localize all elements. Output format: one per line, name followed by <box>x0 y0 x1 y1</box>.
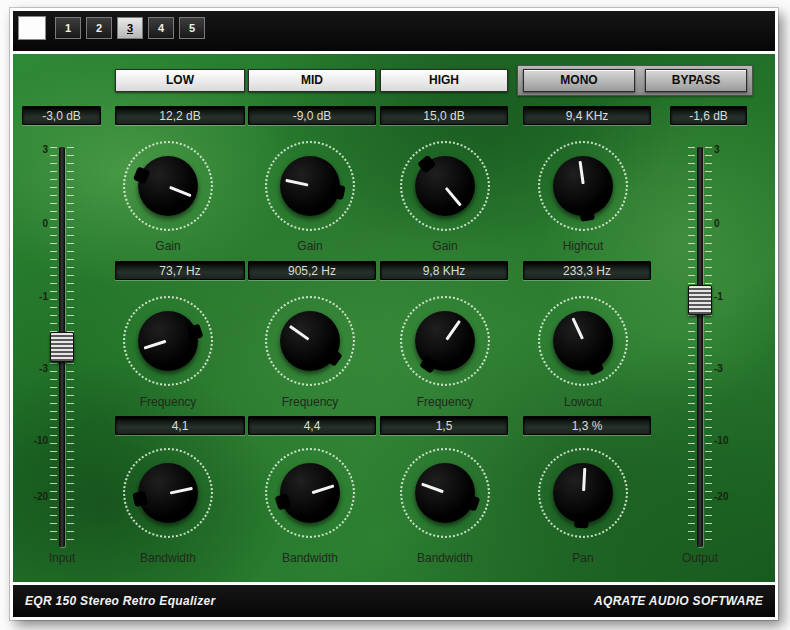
bypass-button[interactable]: BYPASS <box>645 69 747 92</box>
pan-knob[interactable] <box>535 445 631 541</box>
input-gain-display: -3,0 dB <box>22 106 101 125</box>
scale-label: -3 <box>714 363 730 374</box>
high-frequency-display: 9,8 KHz <box>380 261 508 280</box>
preset-button-5[interactable]: 5 <box>179 17 205 39</box>
knob-tab <box>132 491 148 507</box>
scale-label: -3 <box>32 363 48 374</box>
vendor-name: AQRATE AUDIO SOFTWARE <box>594 585 763 617</box>
knob-pointer <box>170 486 193 494</box>
low-frequency-label: Frequency <box>103 395 233 409</box>
titlebar: 1 2 3 4 5 <box>13 11 775 51</box>
pan-display: 1,3 % <box>523 416 651 435</box>
high-gain-knob[interactable] <box>397 138 493 234</box>
preset-button-3[interactable]: 3 <box>117 17 143 39</box>
highcut-label: Highcut <box>518 239 648 253</box>
scale-label: 0 <box>32 218 48 229</box>
mid-gain-knob[interactable] <box>262 138 358 234</box>
output-fader-thumb[interactable] <box>688 285 712 315</box>
highcut-display: 9,4 KHz <box>523 106 651 125</box>
low-gain-label: Gain <box>103 239 233 253</box>
low-gain-display: 12,2 dB <box>115 106 245 125</box>
low-frequency-display: 73,7 Hz <box>115 261 245 280</box>
low-bandwidth-knob[interactable] <box>120 445 216 541</box>
knob-pointer <box>582 468 586 491</box>
knob-pointer <box>445 187 462 207</box>
scale-label: -20 <box>32 491 48 502</box>
knob-tab <box>574 515 589 529</box>
statusbar: EQR 150 Stereo Retro Equalizer AQRATE AU… <box>13 585 775 617</box>
scale-label: 3 <box>714 144 730 155</box>
input-label: Input <box>32 551 92 565</box>
lowcut-knob[interactable] <box>535 293 631 389</box>
lowcut-display: 233,3 Hz <box>523 261 651 280</box>
scale-label: -10 <box>714 435 730 446</box>
high-bandwidth-label: Bandwidth <box>380 551 510 565</box>
knob-pointer <box>445 320 461 341</box>
output-fader: 3 0 -1 -3 -10 -20 <box>670 141 730 553</box>
knob-pointer <box>285 179 308 187</box>
low-frequency-knob[interactable] <box>120 293 216 389</box>
fader-ticks <box>705 147 712 547</box>
pan-label: Pan <box>518 551 648 565</box>
mid-gain-display: -9,0 dB <box>248 106 376 125</box>
low-gain-knob[interactable] <box>120 138 216 234</box>
scale-label: 0 <box>714 218 730 229</box>
scale-label: -1 <box>714 291 730 302</box>
scale-label: -10 <box>32 435 48 446</box>
knob-pointer <box>144 340 167 350</box>
mid-bandwidth-label: Bandwidth <box>245 551 375 565</box>
fader-ticks <box>688 147 695 547</box>
high-bandwidth-display: 1,5 <box>380 416 508 435</box>
knob-pointer <box>289 325 310 341</box>
preset-button-2[interactable]: 2 <box>86 17 112 39</box>
preset-button-1[interactable]: 1 <box>55 17 81 39</box>
preset-button-4[interactable]: 4 <box>148 17 174 39</box>
output-fader-track[interactable] <box>697 147 703 547</box>
preset-display[interactable] <box>18 16 46 40</box>
mid-bandwidth-knob[interactable] <box>262 445 358 541</box>
knob-pointer <box>571 318 583 340</box>
eq-panel: LOW MID HIGH MONO BYPASS -3,0 dB 12,2 dB… <box>13 54 775 582</box>
knob-pointer <box>311 484 334 494</box>
knob-pointer <box>169 185 191 196</box>
knob-pointer <box>421 483 444 494</box>
scale-label: -1 <box>32 291 48 302</box>
low-bandwidth-display: 4,1 <box>115 416 245 435</box>
output-label: Output <box>670 551 730 565</box>
high-frequency-knob[interactable] <box>397 293 493 389</box>
high-frequency-label: Frequency <box>380 395 510 409</box>
low-bandwidth-label: Bandwidth <box>103 551 233 565</box>
knob-tab <box>579 207 595 222</box>
knob-pointer <box>578 161 584 184</box>
mid-frequency-knob[interactable] <box>262 293 358 389</box>
high-gain-display: 15,0 dB <box>380 106 508 125</box>
mid-bandwidth-display: 4,4 <box>248 416 376 435</box>
output-gain-display: -1,6 dB <box>670 106 747 125</box>
lowcut-label: Lowcut <box>518 395 648 409</box>
mid-band-button[interactable]: MID <box>248 69 376 92</box>
plugin-window: 1 2 3 4 5 LOW MID HIGH MONO BYPASS -3,0 … <box>10 8 778 620</box>
mid-gain-label: Gain <box>245 239 375 253</box>
low-band-button[interactable]: LOW <box>115 69 245 92</box>
high-gain-label: Gain <box>380 239 510 253</box>
scale-label: -20 <box>714 491 730 502</box>
mid-frequency-label: Frequency <box>245 395 375 409</box>
high-band-button[interactable]: HIGH <box>380 69 508 92</box>
plugin-title: EQR 150 Stereo Retro Equalizer <box>25 585 215 617</box>
scale-label: 3 <box>32 144 48 155</box>
high-bandwidth-knob[interactable] <box>397 445 493 541</box>
highcut-knob[interactable] <box>535 138 631 234</box>
mono-button[interactable]: MONO <box>523 69 635 92</box>
knob-tab <box>275 493 292 510</box>
mid-frequency-display: 905,2 Hz <box>248 261 376 280</box>
input-fader-thumb[interactable] <box>50 332 74 362</box>
input-fader: 3 0 -1 -3 -10 -20 <box>32 141 92 553</box>
